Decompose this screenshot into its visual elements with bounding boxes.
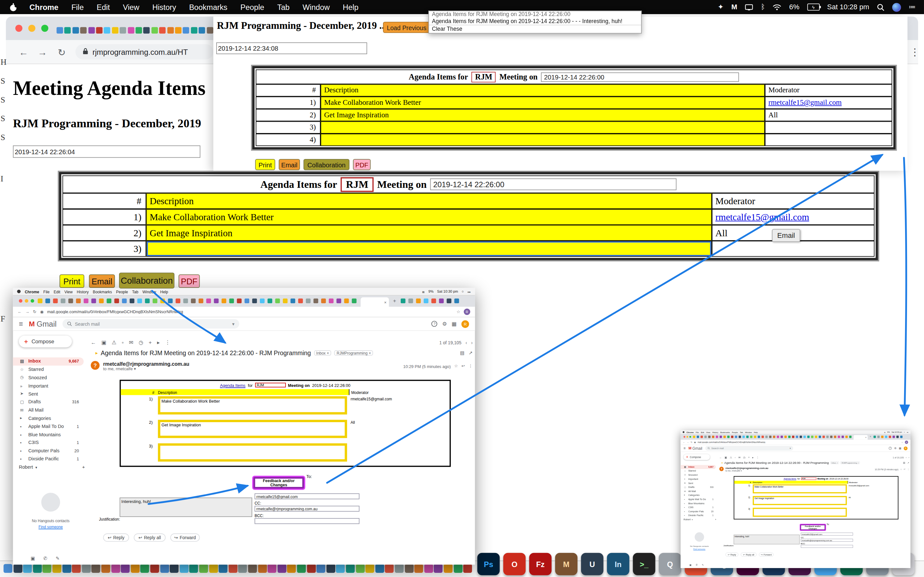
sidebar-item-categories[interactable]: ▸Categories (13, 414, 83, 422)
browser-tab[interactable] (765, 436, 767, 438)
gmail-menu-item[interactable]: Window (142, 290, 156, 293)
email-button[interactable]: Email (279, 159, 300, 170)
dock-icon[interactable] (170, 564, 179, 573)
browser-tab[interactable] (191, 298, 196, 303)
sidebar-item-important[interactable]: »Important (680, 477, 716, 481)
description-cell[interactable]: Get Image Inspiration (320, 109, 765, 121)
dock-icon[interactable] (326, 564, 335, 573)
browser-tab[interactable] (838, 436, 840, 438)
dock-icon[interactable] (278, 564, 286, 573)
forward-button[interactable]: → (38, 47, 47, 58)
add-contact-icon[interactable]: + (82, 464, 85, 470)
browser-tab[interactable] (260, 298, 265, 303)
browser-tab[interactable] (214, 298, 219, 303)
gmail-notifier-icon[interactable]: M (731, 3, 737, 11)
sidebar-item-computer-pals[interactable]: ▪Computer Pals20 (680, 509, 716, 514)
browser-tab[interactable] (53, 298, 58, 303)
browser-tab[interactable] (80, 27, 87, 33)
newer-icon[interactable]: ‹ (906, 456, 906, 459)
browser-tab[interactable] (784, 436, 787, 438)
browser-tab[interactable] (145, 298, 150, 303)
browser-tab[interactable] (207, 27, 213, 33)
browser-tab[interactable] (88, 27, 95, 33)
spotlight-search-icon[interactable] (877, 3, 885, 11)
reply-button[interactable]: ↩Reply (725, 553, 738, 557)
sidebar-item-c3is[interactable]: ▪C3IS1 (13, 438, 83, 446)
sidebar-item-all-mail[interactable]: ✉All Mail (680, 489, 716, 493)
browser-tab[interactable] (701, 436, 703, 438)
sidebar-item-drafts[interactable]: ▢Drafts316 (13, 398, 83, 406)
browser-tab[interactable] (762, 436, 764, 438)
chrome-menu-icon[interactable]: ⋮ (910, 46, 920, 58)
forward-button[interactable]: → (25, 309, 29, 314)
mail-toolbar-icon[interactable]: ▫ (121, 340, 124, 346)
mail-toolbar-icon[interactable]: ▫ (735, 456, 736, 459)
browser-tab[interactable] (819, 436, 821, 438)
dock-icon[interactable] (248, 564, 257, 573)
more-icon[interactable]: ⋮ (468, 364, 473, 369)
display-icon[interactable] (745, 4, 753, 10)
dock-icon[interactable] (52, 564, 61, 573)
find-someone-link[interactable]: Find someone (680, 548, 718, 550)
bluetooth-icon[interactable]: ᛒ (761, 3, 765, 11)
mail-toolbar-icon[interactable]: ✉ (129, 340, 134, 346)
browser-tab[interactable] (704, 436, 706, 438)
browser-tab[interactable] (122, 298, 127, 303)
browser-tab[interactable] (720, 436, 722, 438)
url-text[interactable]: mail.google.com/mail/u/0/#inbox/FMfcgxwG… (47, 309, 453, 314)
email-button[interactable]: Email (89, 274, 115, 288)
more-icon[interactable]: ⋮ (907, 468, 909, 471)
reply-icon[interactable]: ↩ (904, 468, 905, 471)
browser-tab[interactable] (803, 436, 806, 438)
dock-icon[interactable] (180, 564, 189, 573)
browser-tab[interactable] (160, 298, 165, 303)
older-icon[interactable]: › (471, 340, 473, 346)
wifi-icon[interactable] (772, 4, 782, 10)
dock-icon[interactable] (219, 564, 228, 573)
mail-toolbar-icon[interactable]: ✉ (738, 456, 740, 459)
dock-icon[interactable] (131, 564, 140, 573)
remove-label-icon[interactable]: × (326, 351, 329, 355)
call-icon[interactable]: ✆ (43, 556, 47, 561)
browser-tab[interactable] (306, 298, 310, 303)
star-icon[interactable]: ☆ (900, 468, 902, 471)
browser-tab[interactable] (336, 298, 341, 303)
dock-icon[interactable] (189, 564, 198, 573)
pencil-icon[interactable]: ✎ (55, 556, 59, 561)
browser-tab[interactable] (206, 298, 211, 303)
close-tab-icon[interactable]: × (865, 436, 867, 438)
sidebar-item-blue-mountains[interactable]: ▪Blue Mountains (13, 430, 83, 438)
dock-icon[interactable] (238, 564, 247, 573)
dock-icon[interactable] (346, 564, 355, 573)
bcc-input[interactable] (801, 545, 853, 548)
person-icon[interactable]: ▣ (690, 564, 692, 566)
dock-icon[interactable] (3, 564, 13, 573)
mail-toolbar-icon[interactable]: ← (719, 456, 722, 459)
mail-toolbar-icon[interactable]: ⚠ (111, 340, 116, 346)
gmail-menu-item[interactable]: History (712, 431, 718, 433)
compose-button[interactable]: + Compose (684, 454, 710, 460)
browser-tab[interactable] (183, 298, 188, 303)
browser-tab[interactable] (84, 298, 89, 303)
mail-toolbar-icon[interactable]: ▸ (752, 456, 754, 459)
help-icon[interactable]: ? (431, 321, 437, 327)
gmail-menu-item[interactable]: Bookmarks (720, 431, 730, 433)
browser-tab[interactable] (91, 298, 96, 303)
browser-tab[interactable] (731, 436, 733, 438)
find-someone-link[interactable]: Find someone (13, 524, 88, 529)
sidebar-item-sent[interactable]: ➤Sent (680, 481, 716, 485)
browser-tab[interactable] (268, 298, 272, 303)
mail-toolbar-icon[interactable]: ▣ (724, 456, 727, 459)
page-datetime-input[interactable] (13, 145, 200, 158)
browser-tab[interactable] (708, 436, 710, 438)
menu-file[interactable]: File (65, 3, 90, 11)
mail-toolbar-icon[interactable]: ⋮ (756, 456, 759, 459)
browser-tab[interactable] (401, 298, 405, 303)
sidebar-item-snoozed[interactable]: ◷Snoozed (13, 374, 83, 382)
sidebar-item-important[interactable]: »Important (13, 382, 83, 390)
remove-label-icon[interactable]: × (368, 351, 371, 355)
browser-tab[interactable] (845, 436, 848, 438)
controller-icon[interactable]: ✦ (718, 3, 724, 11)
browser-tab[interactable] (237, 298, 242, 303)
browser-tab[interactable] (716, 436, 718, 438)
